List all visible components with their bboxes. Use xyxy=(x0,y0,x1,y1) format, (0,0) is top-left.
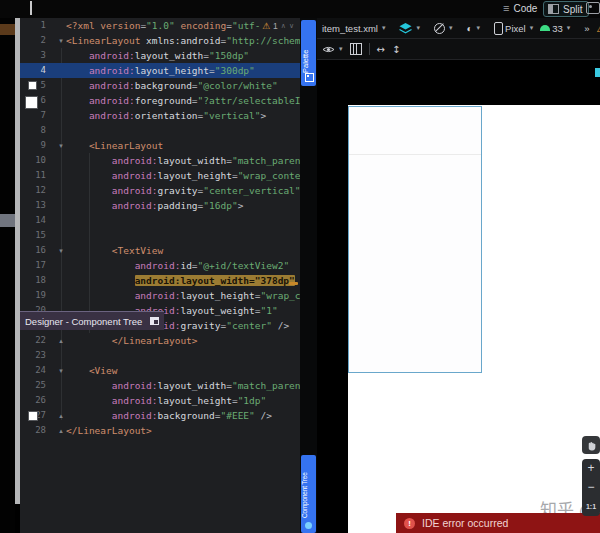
code-line[interactable]: 2▾<LinearLayout xmlns:android="http://sc… xyxy=(20,33,300,48)
code-line[interactable]: 24▾ <View xyxy=(20,363,300,378)
code-line[interactable]: 22▴ </LinearLayout> xyxy=(20,333,300,348)
api-level-selector[interactable]: 33 ▾ xyxy=(540,23,570,34)
code-text: <LinearLayout xyxy=(66,138,163,153)
code-line[interactable]: 6 android:foreground="?attr/selectableIt… xyxy=(20,93,300,108)
line-number: 12 xyxy=(20,183,46,198)
design-mode-button[interactable] xyxy=(586,1,600,15)
background-band-gray xyxy=(0,214,15,227)
chevron-down-icon: ▾ xyxy=(416,24,420,32)
code-line[interactable]: 23 xyxy=(20,348,300,363)
code-line[interactable]: 4 android:layout_height="300dp" xyxy=(20,63,300,78)
device-selector[interactable]: Pixel ▾ xyxy=(494,22,533,35)
line-number: 26 xyxy=(20,393,46,408)
next-issue-icon[interactable]: ∨ xyxy=(289,22,294,30)
line-number: 10 xyxy=(20,153,46,168)
code-line[interactable]: 12 android:gravity="center_vertical" xyxy=(20,183,300,198)
columns-icon xyxy=(350,43,362,55)
view-options-button[interactable]: ▾ xyxy=(322,45,343,54)
code-line[interactable]: 25 android:layout_width="match_parent" xyxy=(20,378,300,393)
background-window-sliver xyxy=(0,0,15,533)
sidebar-tab-component-tree[interactable]: Component Tree xyxy=(301,455,316,533)
sidebar-tab-palette[interactable]: Palette xyxy=(301,20,316,86)
line-number: 24 xyxy=(20,363,46,378)
code-line[interactable]: 9▾ <LinearLayout xyxy=(20,138,300,153)
zoom-indicator-fragment xyxy=(595,68,600,77)
surface-selector-button[interactable]: ▾ xyxy=(399,23,420,34)
code-line[interactable]: 8 xyxy=(20,123,300,138)
code-line[interactable]: 13 android:padding="16dp"> xyxy=(20,198,300,213)
code-line[interactable]: 7 android:orientation="vertical"> xyxy=(20,108,300,123)
fold-marker-icon[interactable]: ▾ xyxy=(56,243,66,258)
code-line[interactable]: 1<?xml version="1.0" encoding="utf- xyxy=(20,18,300,33)
line-number: 16 xyxy=(20,243,46,258)
hand-icon xyxy=(586,440,597,451)
code-text: </LinearLayout> xyxy=(66,423,152,438)
zoom-out-button[interactable]: − xyxy=(582,478,600,497)
code-line[interactable]: 26 android:layout_height="1dp" xyxy=(20,393,300,408)
code-text: </LinearLayout> xyxy=(66,333,198,348)
code-line[interactable]: 28▴</LinearLayout> xyxy=(20,423,300,438)
code-line[interactable]: 27▴ android:background="#EEE" /> xyxy=(20,408,300,423)
layout-variants-button[interactable] xyxy=(350,43,362,55)
scrollbar-warning-mark[interactable] xyxy=(289,282,298,285)
eye-icon xyxy=(322,45,335,54)
code-text: android:layout_height="wrap_content" xyxy=(66,288,300,303)
code-line[interactable]: 14 xyxy=(20,213,300,228)
swap-horizontal-icon: ↔ xyxy=(377,44,385,55)
orientation-horizontal-button[interactable]: ↔ xyxy=(377,44,385,55)
topbar-divider xyxy=(30,1,32,15)
theme-selector-button[interactable]: ◐ ▾ xyxy=(467,23,481,34)
fold-marker-icon[interactable]: ▾ xyxy=(56,33,66,48)
issues-panel-button[interactable]: ⚠ xyxy=(597,23,600,34)
code-text: android:gravity="center_vertical" xyxy=(66,183,300,198)
line-number: 13 xyxy=(20,198,46,213)
line-number: 28 xyxy=(20,423,46,438)
zoom-in-button[interactable]: + xyxy=(582,459,600,478)
line-number: 8 xyxy=(20,123,46,138)
code-line[interactable]: 17 android:id="@+id/textView2" xyxy=(20,258,300,273)
zoom-actual-size-button[interactable]: 1:1 xyxy=(582,497,600,516)
pan-tool-button[interactable] xyxy=(582,436,600,454)
code-line[interactable]: 15 xyxy=(20,228,300,243)
code-editor[interactable]: 1<?xml version="1.0" encoding="utf-2▾<Li… xyxy=(20,18,300,533)
fold-marker-icon[interactable]: ▴ xyxy=(56,333,66,348)
fold-marker-icon[interactable]: ▾ xyxy=(56,363,66,378)
overflow-button[interactable]: » xyxy=(584,23,589,34)
code-text: <View xyxy=(66,363,118,378)
device-label: Pixel xyxy=(505,23,526,34)
ide-error-banner[interactable]: ! IDE error occurred xyxy=(396,513,600,533)
window-icon xyxy=(150,317,159,325)
fold-marker-icon[interactable]: ▾ xyxy=(56,138,66,153)
code-mode-button[interactable]: ≡ Code xyxy=(503,1,537,15)
line-number: 11 xyxy=(20,168,46,183)
inspections-widget[interactable]: ⚠ 1 ∧ ∨ xyxy=(260,19,300,32)
chevron-down-icon: ▾ xyxy=(477,24,481,32)
line-number: 2 xyxy=(20,33,46,48)
fold-marker-icon[interactable]: ▴ xyxy=(56,423,66,438)
color-swatch-icon[interactable] xyxy=(28,81,37,90)
theme-icon: ◐ xyxy=(467,23,473,34)
root-linearlayout-preview[interactable] xyxy=(348,106,482,373)
code-line[interactable]: 19 android:layout_height="wrap_content" xyxy=(20,288,300,303)
color-swatch-icon[interactable] xyxy=(28,411,38,421)
code-line[interactable]: 11 android:layout_height="wrap_content" xyxy=(20,168,300,183)
line-number: 1 xyxy=(20,18,46,33)
fold-marker-icon[interactable]: ▴ xyxy=(56,408,66,423)
code-line[interactable]: 10 android:layout_width="match_parent" xyxy=(20,153,300,168)
file-selector[interactable]: item_test.xml ▾ xyxy=(322,23,385,34)
code-text: android:layout_width="378dp" xyxy=(66,273,295,288)
code-line[interactable]: 5 android:background="@color/white" xyxy=(20,78,300,93)
code-line[interactable]: 16▾ <TextView xyxy=(20,243,300,258)
split-mode-button[interactable]: Split xyxy=(543,1,589,17)
design-icon xyxy=(586,2,600,14)
line-number: 7 xyxy=(20,108,46,123)
component-tree-tab-label: Component Tree xyxy=(301,458,316,518)
code-line[interactable]: 3 android:layout_width="150dp" xyxy=(20,48,300,63)
code-line[interactable]: 18 android:layout_width="378dp" xyxy=(20,273,300,288)
night-mode-button[interactable]: ▾ xyxy=(434,23,453,34)
orientation-vertical-button[interactable]: ↕ xyxy=(392,44,400,55)
code-text: android:foreground="?attr/selectableItem… xyxy=(66,93,300,108)
prev-issue-icon[interactable]: ∧ xyxy=(281,22,286,30)
code-text: <?xml version="1.0" encoding="utf- xyxy=(66,18,261,33)
overflow-icon: » xyxy=(584,23,589,34)
